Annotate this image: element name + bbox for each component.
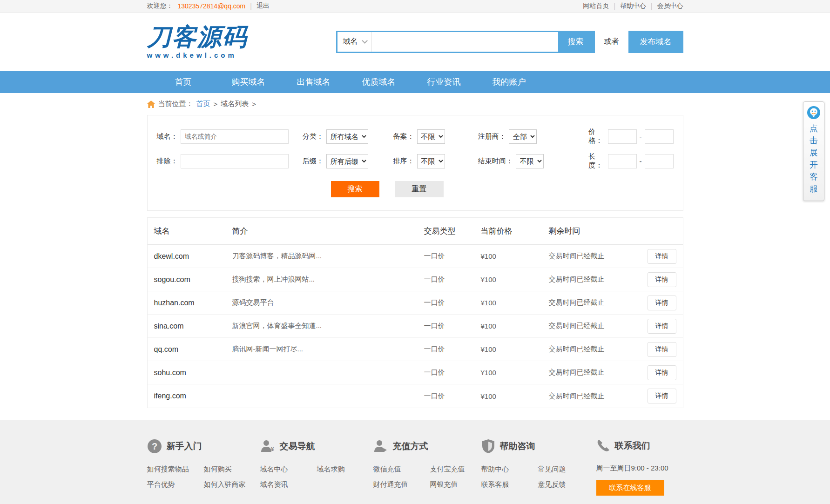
footer-link[interactable]: 帮助中心 — [481, 465, 538, 474]
remaining-cell: 交易时间已经截止 — [549, 368, 630, 377]
topbar: 欢迎您： 13023572814@qq.com | 退出 网站首页 | 帮助中心… — [0, 0, 830, 13]
customer-service-widget[interactable]: 点击展开客服 — [803, 101, 824, 201]
nav-item-sell-domain[interactable]: 出售域名 — [281, 71, 346, 93]
nav-item-industry-news[interactable]: 行业资讯 — [412, 71, 477, 93]
price-min-input[interactable] — [608, 129, 637, 144]
topbar-link-help[interactable]: 帮助中心 — [620, 2, 646, 10]
footer-link[interactable]: 如何购买 — [204, 465, 261, 474]
price-cell: ¥100 — [481, 276, 549, 283]
search-input[interactable] — [372, 32, 558, 52]
detail-button[interactable]: 详情 — [648, 272, 676, 287]
nav-item-buy-domain[interactable]: 购买域名 — [216, 71, 281, 93]
suffix-select[interactable]: 所有后缀 — [326, 154, 368, 168]
desc-cell: 腾讯网-新闻一网打尽... — [232, 345, 424, 354]
length-max-input[interactable] — [645, 154, 674, 168]
site-logo[interactable]: 刀客源码 www.dkewl.com — [147, 25, 248, 59]
footer-link[interactable]: 意见反馈 — [538, 480, 595, 489]
breadcrumb-home-link[interactable]: 首页 — [196, 100, 210, 108]
table-row: dkewl.com 刀客源码博客，精品源码网... 一口价 ¥100 交易时间已… — [148, 245, 683, 268]
logout-link[interactable]: 退出 — [256, 2, 270, 10]
desc-cell: 新浪官网，体育盛事全知道... — [232, 322, 424, 330]
length-min-input[interactable] — [608, 154, 637, 168]
table-row: ifeng.com 一口价 ¥100 交易时间已经截止 详情 — [148, 384, 683, 408]
header-search-button[interactable]: 搜索 — [558, 32, 594, 52]
col-header-domain: 域名 — [154, 226, 232, 236]
price-filter-label: 价格： — [588, 128, 605, 145]
welcome-label: 欢迎您： — [147, 2, 173, 10]
exclude-filter-input[interactable] — [181, 154, 289, 168]
domain-cell[interactable]: huzhan.com — [154, 299, 232, 307]
sort-select[interactable]: 不限 — [417, 154, 445, 168]
footer-link[interactable]: 常见问题 — [538, 465, 595, 474]
separator: | — [651, 2, 653, 10]
domain-cell[interactable]: sohu.com — [154, 369, 232, 377]
col-header-price: 当前价格 — [481, 226, 549, 236]
topbar-link-member[interactable]: 会员中心 — [657, 2, 683, 10]
type-cell: 一口价 — [424, 392, 481, 401]
separator: | — [614, 2, 615, 10]
domain-cell[interactable]: ifeng.com — [154, 392, 232, 400]
nav-item-premium-domain[interactable]: 优质域名 — [346, 71, 412, 93]
filter-reset-button[interactable]: 重置 — [395, 181, 444, 197]
domain-cell[interactable]: dkewl.com — [154, 252, 232, 261]
detail-button[interactable]: 详情 — [648, 342, 676, 357]
service-hours: 周一至周日9:00 - 23:00 — [596, 464, 668, 473]
category-filter-label: 分类： — [303, 132, 324, 141]
domain-filter-label: 域名： — [157, 132, 178, 141]
price-max-input[interactable] — [645, 129, 674, 144]
filter-search-button[interactable]: 搜索 — [331, 181, 379, 197]
beian-filter-label: 备案： — [393, 132, 414, 141]
footer-link[interactable]: 如何入驻商家 — [204, 480, 261, 489]
endtime-select[interactable]: 不限 — [516, 154, 544, 168]
filter-panel: 域名： 分类： 所有域名 备案： 不限 注册商： 全部 价格： - — [147, 115, 683, 211]
contact-service-button[interactable]: 联系在线客服 — [596, 480, 664, 496]
footer-link[interactable]: 网银充值 — [430, 480, 487, 489]
remaining-cell: 交易时间已经截止 — [549, 275, 630, 284]
beian-select[interactable]: 不限 — [417, 129, 445, 144]
footer-link[interactable]: 支付宝充值 — [430, 465, 487, 474]
footer-link[interactable]: 平台优势 — [147, 480, 204, 489]
remaining-cell: 交易时间已经截止 — [549, 345, 630, 354]
footer-link[interactable]: 财付通充值 — [373, 480, 430, 489]
search-bar: 域名 搜索 — [336, 31, 595, 53]
footer-link[interactable]: 如何搜索物品 — [147, 465, 204, 474]
footer-link[interactable]: 域名资讯 — [260, 480, 317, 489]
detail-button[interactable]: 详情 — [648, 365, 676, 380]
table-row: sina.com 新浪官网，体育盛事全知道... 一口价 ¥100 交易时间已经… — [148, 315, 683, 338]
footer-col-trade: ¥ 交易导航 域名中心 域名求购 域名资讯 — [260, 439, 373, 496]
logo-url: www.dkewl.com — [147, 52, 248, 59]
nav-item-home[interactable]: 首页 — [151, 71, 216, 93]
sort-filter-label: 排序： — [393, 157, 414, 166]
remaining-cell: 交易时间已经截止 — [549, 392, 630, 401]
footer-link[interactable]: 联系客服 — [481, 480, 538, 489]
footer-link[interactable]: 域名求购 — [317, 465, 374, 474]
footer-col-beginner: ? 新手入门 如何搜索物品 如何购买 平台优势 如何入驻商家 — [147, 439, 260, 496]
footer-link[interactable]: 域名中心 — [260, 465, 317, 474]
table-row: sogou.com 搜狗搜索，网上冲浪网站... 一口价 ¥100 交易时间已经… — [148, 268, 683, 291]
domain-cell[interactable]: sina.com — [154, 322, 232, 330]
footer-col-title: 交易导航 — [280, 440, 315, 452]
domain-filter-input[interactable] — [181, 129, 289, 144]
chevron-down-icon — [362, 38, 368, 44]
header: 刀客源码 www.dkewl.com 域名 搜索 或者 发布域名 — [0, 13, 830, 71]
range-separator: - — [640, 157, 642, 165]
price-cell: ¥100 — [481, 345, 549, 353]
category-select[interactable]: 所有域名 — [326, 129, 368, 144]
detail-button[interactable]: 详情 — [648, 319, 676, 334]
footer-link[interactable]: 微信充值 — [373, 465, 430, 474]
price-cell: ¥100 — [481, 299, 549, 307]
domain-cell[interactable]: sogou.com — [154, 276, 232, 284]
domain-cell[interactable]: qq.com — [154, 345, 232, 354]
detail-button[interactable]: 详情 — [648, 249, 676, 264]
search-category-dropdown[interactable]: 域名 — [337, 32, 372, 52]
nav-item-my-account[interactable]: 我的账户 — [477, 71, 542, 93]
registrar-select[interactable]: 全部 — [509, 129, 537, 144]
table-row: huzhan.com 源码交易平台 一口价 ¥100 交易时间已经截止 详情 — [148, 291, 683, 315]
publish-domain-button[interactable]: 发布域名 — [628, 31, 683, 53]
footer-col-title: 充值方式 — [393, 440, 428, 452]
detail-button[interactable]: 详情 — [648, 296, 676, 310]
phone-icon — [596, 439, 610, 453]
detail-button[interactable]: 详情 — [648, 389, 676, 403]
topbar-link-home[interactable]: 网站首页 — [583, 2, 609, 10]
registrar-filter-label: 注册商： — [478, 132, 506, 141]
